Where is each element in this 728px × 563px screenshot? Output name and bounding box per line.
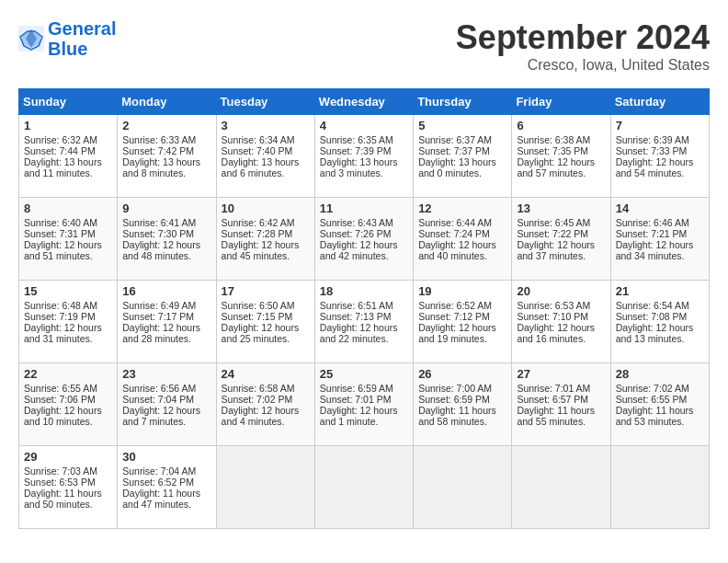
day-info-line: Daylight: 12 hours (24, 239, 112, 250)
day-info-line: and 51 minutes. (24, 250, 112, 261)
day-info-line: and 28 minutes. (122, 333, 210, 344)
day-info-line: and 58 minutes. (418, 416, 506, 427)
day-cell-26: 26Sunrise: 7:00 AMSunset: 6:59 PMDayligh… (414, 363, 512, 446)
day-info-line: Sunrise: 6:51 AM (320, 300, 408, 311)
day-info-line: Sunrise: 6:50 AM (222, 300, 310, 311)
day-info-line: Sunset: 7:30 PM (122, 228, 210, 239)
day-info-line: and 31 minutes. (24, 333, 112, 344)
day-info-line: Sunrise: 6:37 AM (418, 134, 506, 145)
day-info-line: Daylight: 11 hours (24, 488, 112, 499)
day-info-line: Sunrise: 6:58 AM (222, 383, 310, 394)
day-number: 13 (517, 201, 605, 215)
day-cell-27: 27Sunrise: 7:01 AMSunset: 6:57 PMDayligh… (512, 363, 610, 446)
day-info-line: and 53 minutes. (616, 416, 704, 427)
day-info-line: Daylight: 12 hours (320, 239, 408, 250)
day-info-line: Sunset: 7:21 PM (616, 228, 704, 239)
day-info-line: Sunset: 7:35 PM (517, 145, 605, 156)
day-info-line: and 57 minutes. (517, 167, 605, 178)
day-info-line: Daylight: 12 hours (222, 322, 310, 333)
day-info-line: Sunrise: 6:43 AM (320, 217, 408, 228)
day-number: 12 (418, 201, 506, 215)
day-info-line: Sunrise: 6:34 AM (222, 134, 310, 145)
col-header-sunday: Sunday (19, 89, 118, 115)
day-cell-11: 11Sunrise: 6:43 AMSunset: 7:26 PMDayligh… (314, 198, 413, 281)
day-info-line: Sunset: 6:53 PM (24, 477, 112, 488)
day-info-line: Daylight: 12 hours (517, 322, 605, 333)
day-info-line: and 16 minutes. (517, 333, 605, 344)
day-cell-14: 14Sunrise: 6:46 AMSunset: 7:21 PMDayligh… (610, 198, 709, 281)
day-number: 29 (24, 450, 112, 464)
day-info-line: Sunset: 6:55 PM (616, 394, 704, 405)
day-number: 19 (418, 284, 506, 298)
day-info-line: Daylight: 12 hours (24, 322, 112, 333)
day-info-line: Daylight: 11 hours (517, 405, 605, 416)
day-info-line: Daylight: 12 hours (122, 405, 210, 416)
day-info-line: Daylight: 12 hours (517, 239, 605, 250)
day-info-line: and 42 minutes. (320, 250, 408, 261)
day-info-line: Sunrise: 6:44 AM (418, 217, 506, 228)
day-number: 18 (320, 284, 408, 298)
day-info-line: Daylight: 12 hours (616, 322, 704, 333)
day-number: 20 (517, 284, 605, 298)
day-info-line: Daylight: 11 hours (418, 405, 506, 416)
day-info-line: and 40 minutes. (418, 250, 506, 261)
day-number: 28 (616, 367, 704, 381)
calendar-table: SundayMondayTuesdayWednesdayThursdayFrid… (18, 88, 710, 529)
day-cell-30: 30Sunrise: 7:04 AMSunset: 6:52 PMDayligh… (118, 446, 216, 529)
day-cell-10: 10Sunrise: 6:42 AMSunset: 7:28 PMDayligh… (216, 198, 314, 281)
day-info-line: Sunrise: 6:53 AM (517, 300, 605, 311)
day-number: 26 (418, 367, 506, 381)
day-info-line: and 3 minutes. (320, 167, 408, 178)
day-info-line: Sunset: 7:24 PM (418, 228, 506, 239)
day-info-line: Daylight: 12 hours (418, 322, 506, 333)
day-info-line: Sunset: 7:01 PM (320, 394, 408, 405)
day-info-line: Sunrise: 6:54 AM (616, 300, 704, 311)
day-info-line: and 22 minutes. (320, 333, 408, 344)
empty-cell (610, 446, 709, 529)
day-info-line: Sunrise: 6:40 AM (24, 217, 112, 228)
day-cell-9: 9Sunrise: 6:41 AMSunset: 7:30 PMDaylight… (118, 198, 216, 281)
day-info-line: and 1 minute. (320, 416, 408, 427)
day-cell-24: 24Sunrise: 6:58 AMSunset: 7:02 PMDayligh… (216, 363, 314, 446)
day-number: 15 (24, 284, 112, 298)
day-number: 2 (122, 119, 210, 132)
day-info-line: Sunset: 7:17 PM (122, 311, 210, 322)
col-header-wednesday: Wednesday (314, 89, 413, 115)
day-cell-29: 29Sunrise: 7:03 AMSunset: 6:53 PMDayligh… (19, 446, 118, 529)
day-info-line: Sunrise: 6:48 AM (24, 300, 112, 311)
day-number: 7 (616, 119, 704, 132)
day-info-line: Sunrise: 6:39 AM (616, 134, 704, 145)
day-info-line: and 48 minutes. (122, 250, 210, 261)
day-number: 4 (320, 119, 408, 132)
col-header-monday: Monday (118, 89, 216, 115)
day-info-line: Sunset: 7:28 PM (222, 228, 310, 239)
page-header: General Blue September 2024 Cresco, Iowa… (18, 18, 710, 74)
day-info-line: Sunset: 7:33 PM (616, 145, 704, 156)
day-number: 10 (222, 201, 310, 215)
day-info-line: Daylight: 12 hours (616, 156, 704, 167)
day-cell-7: 7Sunrise: 6:39 AMSunset: 7:33 PMDaylight… (610, 115, 709, 198)
day-cell-22: 22Sunrise: 6:55 AMSunset: 7:06 PMDayligh… (19, 363, 118, 446)
day-info-line: Daylight: 12 hours (122, 239, 210, 250)
day-info-line: Daylight: 12 hours (418, 239, 506, 250)
col-header-tuesday: Tuesday (216, 89, 314, 115)
day-info-line: Sunset: 7:26 PM (320, 228, 408, 239)
day-info-line: Sunrise: 6:32 AM (24, 134, 112, 145)
day-number: 17 (222, 284, 310, 298)
day-info-line: and 6 minutes. (222, 167, 310, 178)
week-row-2: 8Sunrise: 6:40 AMSunset: 7:31 PMDaylight… (19, 198, 710, 281)
day-info-line: Daylight: 13 hours (24, 156, 112, 167)
day-cell-3: 3Sunrise: 6:34 AMSunset: 7:40 PMDaylight… (216, 115, 314, 198)
day-cell-5: 5Sunrise: 6:37 AMSunset: 7:37 PMDaylight… (414, 115, 512, 198)
day-info-line: Sunrise: 6:52 AM (418, 300, 506, 311)
day-info-line: Sunset: 7:22 PM (517, 228, 605, 239)
day-number: 8 (24, 201, 112, 215)
day-cell-20: 20Sunrise: 6:53 AMSunset: 7:10 PMDayligh… (512, 281, 610, 363)
day-info-line: Sunrise: 7:01 AM (517, 383, 605, 394)
day-info-line: Daylight: 13 hours (222, 156, 310, 167)
day-number: 9 (122, 201, 210, 215)
day-info-line: Sunrise: 6:55 AM (24, 383, 112, 394)
day-info-line: and 47 minutes. (122, 499, 210, 510)
day-number: 5 (418, 119, 506, 132)
day-number: 30 (122, 450, 210, 464)
